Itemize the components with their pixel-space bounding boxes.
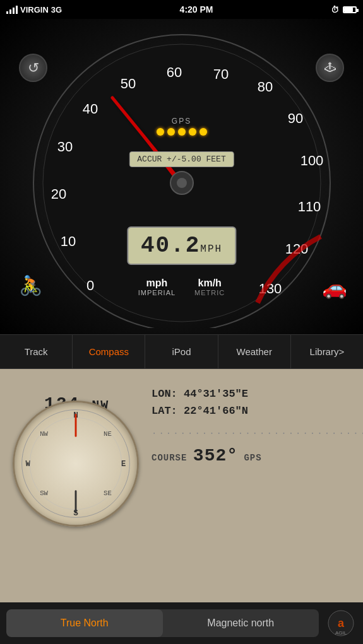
gps-dot-2 bbox=[167, 128, 175, 136]
magnetic-north-option[interactable]: Magnetic north bbox=[163, 609, 319, 637]
compass-info: LON: 44°31'35"E LAT: 22°41'66"N ........… bbox=[152, 382, 363, 590]
svg-text:10: 10 bbox=[60, 233, 75, 249]
unit-imperial[interactable]: mph IMPERIAL bbox=[138, 278, 176, 296]
car-icon[interactable]: 🚗 bbox=[322, 276, 347, 300]
svg-text:SW: SW bbox=[40, 489, 48, 497]
tab-weather[interactable]: Weather bbox=[218, 335, 291, 368]
nav-tabs: Track Compass iPod Weather Library> bbox=[0, 334, 363, 369]
svg-text:NW: NW bbox=[40, 430, 48, 438]
svg-text:110: 110 bbox=[297, 199, 321, 214]
compass-wrap: 124 NW // Will be generated by JS N E S … bbox=[13, 401, 139, 539]
compass-lon: LON: 44°31'35"E bbox=[152, 388, 363, 400]
gps-dot-4 bbox=[189, 128, 196, 136]
svg-text:80: 80 bbox=[257, 79, 272, 95]
svg-text:60: 60 bbox=[166, 64, 181, 80]
course-label: COURSE bbox=[152, 453, 187, 463]
svg-text:0: 0 bbox=[86, 278, 93, 293]
gps-dot-5 bbox=[199, 128, 207, 136]
logo-icon: a AGIL bbox=[327, 609, 355, 637]
unit-metric[interactable]: km/h METRIC bbox=[194, 278, 225, 296]
gps-dot-3 bbox=[178, 128, 186, 136]
clock-icon: ⏱ bbox=[331, 5, 339, 15]
compass-lat: LAT: 22°41'66"N bbox=[152, 405, 363, 417]
status-right: ⏱ bbox=[331, 5, 357, 15]
svg-text:NE: NE bbox=[104, 430, 112, 438]
course-value: 352° bbox=[193, 446, 238, 465]
bike-icon[interactable]: 🚴 bbox=[19, 274, 42, 296]
signal-bars bbox=[6, 6, 18, 14]
svg-text:30: 30 bbox=[57, 139, 72, 155]
svg-text:70: 70 bbox=[213, 66, 228, 82]
true-north-option[interactable]: True North bbox=[6, 609, 163, 637]
network-label: 3G bbox=[51, 5, 62, 15]
svg-text:40: 40 bbox=[82, 101, 97, 117]
svg-text:20: 20 bbox=[51, 186, 66, 202]
tab-track[interactable]: Track bbox=[0, 335, 73, 368]
north-options: True North Magnetic north bbox=[6, 609, 319, 637]
signal-bar-3 bbox=[13, 8, 15, 14]
svg-text:AGIL: AGIL bbox=[335, 630, 347, 636]
course-unit: GPS bbox=[244, 453, 261, 463]
unit-imperial-label: mph bbox=[138, 278, 176, 289]
speed-display: 40.2MPH bbox=[127, 226, 236, 265]
svg-text:90: 90 bbox=[287, 110, 302, 126]
tab-ipod[interactable]: iPod bbox=[145, 335, 218, 368]
app-logo: a AGIL bbox=[325, 607, 357, 639]
compass-divider: .............................. bbox=[152, 426, 363, 436]
joystick-icon: 🕹 bbox=[324, 61, 336, 74]
svg-text:a: a bbox=[338, 617, 345, 629]
svg-text:E: E bbox=[121, 460, 126, 469]
gps-label: GPS bbox=[157, 117, 207, 126]
compass-section: 124 NW // Will be generated by JS N E S … bbox=[0, 369, 363, 602]
gps-dot-1 bbox=[157, 128, 164, 136]
svg-text:100: 100 bbox=[300, 153, 323, 168]
signal-bar-2 bbox=[9, 9, 11, 14]
tab-compass[interactable]: Compass bbox=[73, 335, 145, 368]
battery-fill bbox=[344, 8, 353, 12]
status-bar: VIRGIN 3G 4:20 PM ⏱ bbox=[0, 0, 363, 19]
bottom-bar: True North Magnetic north a AGIL bbox=[0, 602, 363, 644]
compass-circle: // Will be generated by JS N E S W SE NW… bbox=[13, 401, 139, 527]
speed-value: 40.2 bbox=[141, 233, 200, 259]
status-left: VIRGIN 3G bbox=[6, 5, 62, 15]
svg-text:50: 50 bbox=[120, 76, 135, 91]
carrier-label: VIRGIN bbox=[20, 5, 49, 15]
signal-bar-4 bbox=[16, 6, 18, 14]
reset-button[interactable]: ↺ bbox=[19, 54, 47, 82]
gps-dots bbox=[157, 128, 207, 136]
tab-library[interactable]: Library> bbox=[291, 335, 363, 368]
unit-metric-sub: METRIC bbox=[194, 289, 225, 296]
unit-selector: mph IMPERIAL km/h METRIC bbox=[138, 278, 225, 296]
time-display: 4:20 PM bbox=[180, 4, 213, 15]
battery-icon bbox=[343, 6, 357, 13]
accuracy-display: ACCUR +/-5.00 FEET bbox=[129, 151, 234, 167]
compass-course: COURSE 352° GPS bbox=[152, 446, 363, 465]
speed-unit: MPH bbox=[200, 243, 222, 255]
reset-icon: ↺ bbox=[28, 60, 39, 76]
signal-bar-1 bbox=[6, 11, 8, 14]
gps-area: GPS bbox=[157, 117, 207, 136]
speedometer: 0 10 20 30 40 50 60 70 80 90 100 110 120… bbox=[0, 19, 363, 334]
unit-imperial-sub: IMPERIAL bbox=[138, 289, 176, 296]
joystick-button[interactable]: 🕹 bbox=[316, 54, 344, 82]
unit-metric-label: km/h bbox=[194, 278, 225, 289]
compass-dial: // Will be generated by JS N E S W SE NW… bbox=[15, 401, 137, 527]
